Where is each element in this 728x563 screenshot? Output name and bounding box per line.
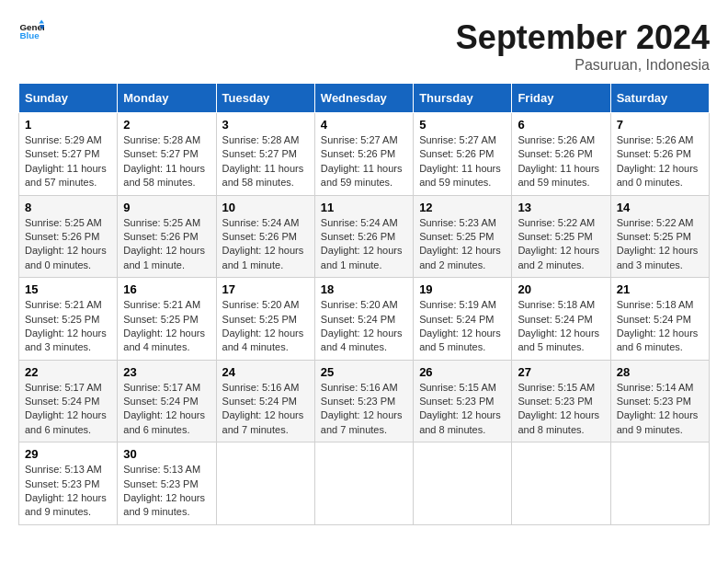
day-number: 14 <box>617 201 703 214</box>
day-info: Sunrise: 5:26 AM Sunset: 5:26 PM Dayligh… <box>617 133 703 190</box>
day-number: 20 <box>518 282 604 296</box>
calendar-cell: 13Sunrise: 5:22 AM Sunset: 5:25 PM Dayli… <box>512 195 610 278</box>
day-number: 21 <box>617 282 703 296</box>
calendar-cell: 12Sunrise: 5:23 AM Sunset: 5:25 PM Dayli… <box>414 195 512 278</box>
day-info: Sunrise: 5:26 AM Sunset: 5:26 PM Dayligh… <box>518 133 604 190</box>
day-info: Sunrise: 5:21 AM Sunset: 5:25 PM Dayligh… <box>123 298 210 355</box>
day-info: Sunrise: 5:22 AM Sunset: 5:25 PM Dayligh… <box>617 216 703 273</box>
calendar-table: SundayMondayTuesdayWednesdayThursdayFrid… <box>18 83 710 525</box>
calendar-cell: 1Sunrise: 5:29 AM Sunset: 5:27 PM Daylig… <box>19 113 118 196</box>
location: Pasuruan, Indonesia <box>456 57 710 74</box>
calendar-cell: 28Sunrise: 5:14 AM Sunset: 5:23 PM Dayli… <box>610 360 709 442</box>
day-number: 17 <box>222 282 309 296</box>
weekday-header-sunday: Sunday <box>19 84 118 113</box>
day-number: 3 <box>222 118 309 132</box>
calendar-cell: 19Sunrise: 5:19 AM Sunset: 5:24 PM Dayli… <box>414 278 512 361</box>
calendar-cell: 29Sunrise: 5:13 AM Sunset: 5:23 PM Dayli… <box>19 442 118 525</box>
calendar-cell: 20Sunrise: 5:18 AM Sunset: 5:24 PM Dayli… <box>512 278 610 361</box>
day-number: 2 <box>123 118 210 132</box>
day-info: Sunrise: 5:22 AM Sunset: 5:25 PM Dayligh… <box>518 216 604 273</box>
day-info: Sunrise: 5:18 AM Sunset: 5:24 PM Dayligh… <box>518 298 604 355</box>
calendar-cell <box>216 442 314 525</box>
day-info: Sunrise: 5:15 AM Sunset: 5:23 PM Dayligh… <box>419 381 506 438</box>
day-info: Sunrise: 5:13 AM Sunset: 5:23 PM Dayligh… <box>25 463 111 520</box>
calendar-cell: 9Sunrise: 5:25 AM Sunset: 5:26 PM Daylig… <box>118 195 216 278</box>
logo-icon: General Blue <box>18 18 44 44</box>
day-number: 22 <box>25 365 111 379</box>
day-number: 8 <box>25 201 111 214</box>
day-number: 12 <box>419 201 506 214</box>
calendar-cell: 25Sunrise: 5:16 AM Sunset: 5:23 PM Dayli… <box>314 360 413 442</box>
day-number: 15 <box>25 282 111 296</box>
weekday-header-wednesday: Wednesday <box>314 84 413 113</box>
calendar-cell: 23Sunrise: 5:17 AM Sunset: 5:24 PM Dayli… <box>118 360 216 442</box>
day-number: 30 <box>123 447 210 461</box>
calendar-cell: 7Sunrise: 5:26 AM Sunset: 5:26 PM Daylig… <box>610 113 709 196</box>
calendar-cell: 30Sunrise: 5:13 AM Sunset: 5:23 PM Dayli… <box>118 442 216 525</box>
svg-text:Blue: Blue <box>19 30 40 40</box>
day-number: 27 <box>518 365 604 379</box>
calendar-cell <box>512 442 610 525</box>
day-number: 23 <box>123 365 210 379</box>
day-info: Sunrise: 5:20 AM Sunset: 5:25 PM Dayligh… <box>222 298 309 355</box>
weekday-header-saturday: Saturday <box>610 84 709 113</box>
calendar-cell: 17Sunrise: 5:20 AM Sunset: 5:25 PM Dayli… <box>216 278 314 361</box>
day-info: Sunrise: 5:24 AM Sunset: 5:26 PM Dayligh… <box>222 216 309 273</box>
day-info: Sunrise: 5:20 AM Sunset: 5:24 PM Dayligh… <box>321 298 407 355</box>
day-number: 11 <box>321 201 407 214</box>
calendar-cell: 14Sunrise: 5:22 AM Sunset: 5:25 PM Dayli… <box>610 195 709 278</box>
calendar-cell: 15Sunrise: 5:21 AM Sunset: 5:25 PM Dayli… <box>19 278 118 361</box>
calendar-cell: 18Sunrise: 5:20 AM Sunset: 5:24 PM Dayli… <box>314 278 413 361</box>
day-info: Sunrise: 5:28 AM Sunset: 5:27 PM Dayligh… <box>123 133 210 190</box>
day-number: 18 <box>321 282 407 296</box>
calendar-cell: 22Sunrise: 5:17 AM Sunset: 5:24 PM Dayli… <box>19 360 118 442</box>
day-info: Sunrise: 5:21 AM Sunset: 5:25 PM Dayligh… <box>25 298 111 355</box>
calendar-week-4: 22Sunrise: 5:17 AM Sunset: 5:24 PM Dayli… <box>19 360 710 442</box>
day-info: Sunrise: 5:13 AM Sunset: 5:23 PM Dayligh… <box>123 463 210 520</box>
day-info: Sunrise: 5:27 AM Sunset: 5:26 PM Dayligh… <box>321 133 407 190</box>
calendar-cell: 11Sunrise: 5:24 AM Sunset: 5:26 PM Dayli… <box>314 195 413 278</box>
weekday-header-monday: Monday <box>118 84 216 113</box>
weekday-header-tuesday: Tuesday <box>216 84 314 113</box>
day-info: Sunrise: 5:17 AM Sunset: 5:24 PM Dayligh… <box>123 381 210 438</box>
weekday-header-thursday: Thursday <box>414 84 512 113</box>
logo: General Blue <box>18 18 44 44</box>
day-info: Sunrise: 5:16 AM Sunset: 5:24 PM Dayligh… <box>222 381 309 438</box>
day-number: 24 <box>222 365 309 379</box>
weekday-header-friday: Friday <box>512 84 610 113</box>
calendar-cell: 8Sunrise: 5:25 AM Sunset: 5:26 PM Daylig… <box>19 195 118 278</box>
day-number: 16 <box>123 282 210 296</box>
day-info: Sunrise: 5:25 AM Sunset: 5:26 PM Dayligh… <box>25 216 111 273</box>
day-info: Sunrise: 5:24 AM Sunset: 5:26 PM Dayligh… <box>321 216 407 273</box>
day-number: 13 <box>518 201 604 214</box>
calendar-cell: 24Sunrise: 5:16 AM Sunset: 5:24 PM Dayli… <box>216 360 314 442</box>
calendar-cell <box>610 442 709 525</box>
day-number: 4 <box>321 118 407 132</box>
month-title: September 2024 <box>456 18 710 57</box>
day-info: Sunrise: 5:17 AM Sunset: 5:24 PM Dayligh… <box>25 381 111 438</box>
calendar-week-5: 29Sunrise: 5:13 AM Sunset: 5:23 PM Dayli… <box>19 442 710 525</box>
day-info: Sunrise: 5:16 AM Sunset: 5:23 PM Dayligh… <box>321 381 407 438</box>
day-info: Sunrise: 5:14 AM Sunset: 5:23 PM Dayligh… <box>617 381 703 438</box>
calendar-cell: 10Sunrise: 5:24 AM Sunset: 5:26 PM Dayli… <box>216 195 314 278</box>
calendar-week-1: 1Sunrise: 5:29 AM Sunset: 5:27 PM Daylig… <box>19 113 710 196</box>
day-number: 6 <box>518 118 604 132</box>
calendar-header-row: SundayMondayTuesdayWednesdayThursdayFrid… <box>19 84 710 113</box>
calendar-week-3: 15Sunrise: 5:21 AM Sunset: 5:25 PM Dayli… <box>19 278 710 361</box>
day-info: Sunrise: 5:19 AM Sunset: 5:24 PM Dayligh… <box>419 298 506 355</box>
calendar-week-2: 8Sunrise: 5:25 AM Sunset: 5:26 PM Daylig… <box>19 195 710 278</box>
calendar-cell: 26Sunrise: 5:15 AM Sunset: 5:23 PM Dayli… <box>414 360 512 442</box>
day-info: Sunrise: 5:15 AM Sunset: 5:23 PM Dayligh… <box>518 381 604 438</box>
day-number: 1 <box>25 118 111 132</box>
day-number: 26 <box>419 365 506 379</box>
day-number: 19 <box>419 282 506 296</box>
calendar-cell: 5Sunrise: 5:27 AM Sunset: 5:26 PM Daylig… <box>414 113 512 196</box>
day-number: 7 <box>617 118 703 132</box>
calendar-cell: 3Sunrise: 5:28 AM Sunset: 5:27 PM Daylig… <box>216 113 314 196</box>
day-number: 28 <box>617 365 703 379</box>
day-info: Sunrise: 5:29 AM Sunset: 5:27 PM Dayligh… <box>25 133 111 190</box>
calendar-cell <box>414 442 512 525</box>
calendar-cell: 21Sunrise: 5:18 AM Sunset: 5:24 PM Dayli… <box>610 278 709 361</box>
calendar-cell: 6Sunrise: 5:26 AM Sunset: 5:26 PM Daylig… <box>512 113 610 196</box>
day-number: 10 <box>222 201 309 214</box>
